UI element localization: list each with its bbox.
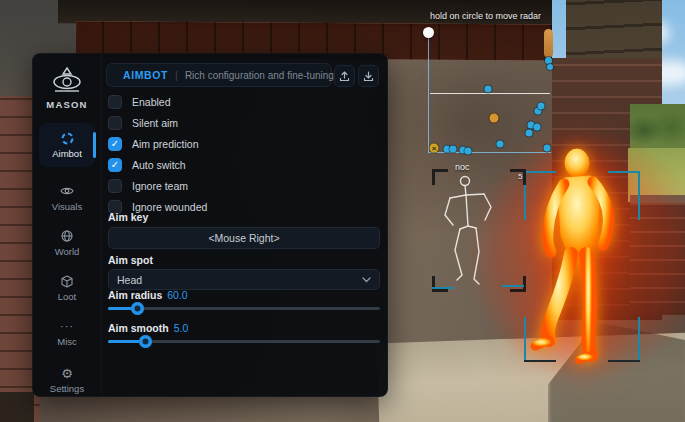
sidebar-item-aimbot[interactable]: Aimbot (39, 123, 95, 167)
toggle-ignore-team[interactable]: ✓ Ignore team (101, 175, 387, 196)
aim-spot-value: Head (117, 274, 142, 286)
sidebar-item-label: Loot (58, 291, 77, 302)
toggle-label: Ignore team (132, 180, 188, 192)
slider-fill (108, 307, 138, 310)
aim-key-label: Aim key (108, 211, 148, 223)
cheat-menu-window: MASON Aimbot Visuals World Loot (32, 53, 388, 397)
aim-smooth-value: 5.0 (174, 322, 189, 334)
radar-dot-blue (534, 124, 541, 131)
radar-dot-blue (497, 141, 504, 148)
ellipsis-icon: ··· (60, 319, 74, 333)
glowing-player-model (519, 140, 651, 368)
section-title: AIMBOT (123, 69, 168, 81)
esp-box-corner (608, 360, 640, 362)
aim-radius-slider[interactable] (108, 307, 380, 310)
toggle-silent-aim[interactable]: ✓ Silent aim (101, 112, 387, 133)
radar-dot-orange (490, 114, 499, 123)
toggle-enabled[interactable]: ✓ Enabled (101, 91, 387, 112)
sidebar-item-label: Visuals (52, 201, 82, 212)
esp-box-corner (638, 171, 640, 220)
cube-icon (61, 274, 73, 288)
radar-dot-blue (544, 145, 551, 152)
toggle-label: Silent aim (132, 117, 178, 129)
esp-box-corner (638, 317, 640, 362)
radar-hint-text: hold on circle to move radar (430, 11, 620, 21)
sidebar-item-label: Aimbot (52, 148, 82, 159)
download-icon (363, 71, 374, 82)
aim-radius-row: Aim radius 60.0 (108, 289, 188, 301)
aim-radius-label: Aim radius (108, 289, 162, 301)
import-config-button[interactable] (358, 65, 379, 87)
toggle-label: Aim prediction (132, 138, 199, 150)
aim-spot-label: Aim spot (108, 254, 153, 266)
toggle-list: ✓ Enabled ✓ Silent aim ✓ Aim prediction … (101, 91, 387, 217)
skeleton-esp (432, 168, 527, 303)
sidebar-item-loot[interactable]: Loot (39, 266, 95, 310)
aim-smooth-slider[interactable] (108, 340, 380, 343)
section-header: AIMBOT | Rich configuration and fine-tun… (106, 63, 332, 87)
radar-dot-blue (485, 86, 492, 93)
toggle-label: Auto switch (132, 159, 186, 171)
radar-dot-blue (450, 146, 457, 153)
gear-icon: ⚙ (61, 366, 73, 380)
export-config-button[interactable] (334, 65, 355, 87)
radar-dot-yellow: × (430, 144, 439, 153)
chevron-down-icon (362, 277, 371, 283)
aim-key-value: <Mouse Right> (208, 232, 279, 244)
checkbox[interactable]: ✓ (108, 116, 122, 130)
esp-box-corner (524, 171, 556, 173)
sidebar: MASON Aimbot Visuals World Loot (33, 54, 102, 396)
slider-thumb[interactable] (131, 302, 144, 315)
sidebar-item-label: World (55, 246, 80, 257)
radar-dot-blue (465, 148, 472, 155)
checkbox[interactable]: ✓ (108, 95, 122, 109)
brand-logo: MASON (33, 66, 101, 110)
toggle-aim-prediction[interactable]: ✓ Aim prediction (101, 133, 387, 154)
aimbot-crosshair-icon (61, 131, 74, 145)
background-bottom-left (0, 392, 34, 422)
header-divider: | (175, 69, 178, 81)
esp-box-corner (524, 317, 526, 362)
slider-thumb[interactable] (139, 335, 152, 348)
esp-box-corner (608, 171, 640, 173)
radar[interactable]: × (428, 33, 551, 153)
checkbox[interactable]: ✓ (108, 158, 122, 172)
eye-icon (60, 184, 74, 198)
checkbox[interactable]: ✓ (108, 179, 122, 193)
aim-radius-value: 60.0 (167, 289, 187, 301)
sidebar-item-misc[interactable]: ··· Misc (39, 311, 95, 355)
radar-dot-blue (538, 103, 545, 110)
sidebar-item-world[interactable]: World (39, 221, 95, 265)
esp-box-corner (524, 360, 556, 362)
toggle-label: Enabled (132, 96, 171, 108)
aimbot-page: AIMBOT | Rich configuration and fine-tun… (101, 54, 387, 396)
section-subtitle: Rich configuration and fine-tuning (185, 70, 334, 81)
aim-key-bind-button[interactable]: <Mouse Right> (108, 227, 380, 249)
checkbox[interactable]: ✓ (108, 137, 122, 151)
radar-horizon-line (430, 93, 550, 94)
radar-move-handle[interactable] (423, 27, 434, 38)
mason-eye-icon (47, 66, 87, 96)
brand-name: MASON (33, 99, 101, 110)
sidebar-item-visuals[interactable]: Visuals (39, 176, 95, 220)
radar-dot-blue (526, 130, 533, 137)
slider-fill (108, 340, 146, 343)
check-icon: ✓ (111, 139, 119, 149)
sidebar-item-settings[interactable]: ⚙ Settings (39, 358, 95, 402)
globe-icon (61, 229, 73, 243)
aim-smooth-row: Aim smooth 5.0 (108, 322, 188, 334)
sidebar-item-label: Misc (57, 336, 77, 347)
check-icon: ✓ (111, 160, 119, 170)
aim-smooth-label: Aim smooth (108, 322, 169, 334)
toggle-auto-switch[interactable]: ✓ Auto switch (101, 154, 387, 175)
aim-spot-select[interactable]: Head (108, 269, 380, 290)
upload-icon (339, 71, 350, 82)
sidebar-item-label: Settings (50, 383, 84, 394)
